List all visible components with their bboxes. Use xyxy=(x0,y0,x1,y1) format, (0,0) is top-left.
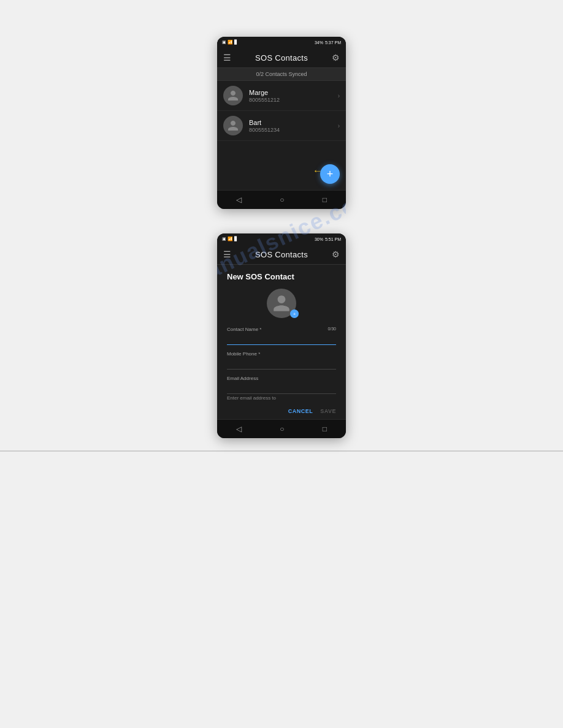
clock: 5:37 PM xyxy=(325,40,341,45)
mobile-phone-label: Mobile Phone * xyxy=(227,351,336,357)
bottom-divider xyxy=(0,450,563,452)
email-field-group: Email Address Enter email address to xyxy=(227,376,336,401)
contact-name-label-text: Contact Name * xyxy=(227,327,261,332)
back-button-2[interactable]: ◁ xyxy=(236,425,242,433)
avatar-edit-badge[interactable]: + xyxy=(290,309,299,318)
mobile-phone-field: Mobile Phone * xyxy=(227,351,336,370)
form-title: New SOS Contact xyxy=(227,272,336,281)
save-button[interactable]: SAVE xyxy=(320,408,336,414)
status-right-2: 30% 5:51 PM xyxy=(315,237,341,241)
contact-item-marge[interactable]: Marge 8005551212 › xyxy=(217,81,346,111)
chevron-bart: › xyxy=(338,123,340,129)
nav-bar-2: ◁ ○ □ xyxy=(217,419,346,438)
nav-bar-1: ◁ ○ □ xyxy=(217,190,346,209)
status-icons-left-2: ▣ 📶 ▊ xyxy=(222,237,237,241)
status-right: 34% 5:37 PM xyxy=(315,40,341,45)
email-input[interactable] xyxy=(227,384,336,394)
contact-name-field: Contact Name * 0/30 xyxy=(227,327,336,345)
contact-name-bart: Bart xyxy=(249,119,338,126)
contact-name-input[interactable] xyxy=(227,335,336,345)
chevron-marge: › xyxy=(338,93,340,99)
signal-icon: ▊ xyxy=(234,40,237,45)
app-header-2: ☰ SOS Contacts ⚙ xyxy=(217,245,346,265)
form-actions: CANCEL SAVE xyxy=(227,408,336,414)
contact-name-label: Contact Name * 0/30 xyxy=(227,327,336,332)
contact-phone-marge: 8005551212 xyxy=(249,97,338,103)
app-title-2: SOS Contacts xyxy=(255,250,308,259)
cancel-button[interactable]: CANCEL xyxy=(288,408,313,414)
sync-bar: 0/2 Contacts Synced xyxy=(217,68,346,81)
person-icon-marge xyxy=(227,89,239,102)
avatar-bart xyxy=(223,116,243,135)
phone1-frame: ▣ 📶 ▊ 34% 5:37 PM ☰ SOS Contacts ⚙ 0/2 C… xyxy=(217,37,346,209)
battery-level-2: 30% xyxy=(315,237,323,241)
menu-icon-1[interactable]: ☰ xyxy=(223,53,231,63)
app-title-1: SOS Contacts xyxy=(255,53,308,63)
home-button-1[interactable]: ○ xyxy=(280,195,284,204)
fab-area: ← + xyxy=(217,141,346,190)
contact-phone-bart: 8005551234 xyxy=(249,127,338,133)
recents-button-1[interactable]: □ xyxy=(323,195,327,204)
mobile-phone-label-text: Mobile Phone * xyxy=(227,351,260,357)
home-button-2[interactable]: ○ xyxy=(280,425,284,433)
wifi-icon-2: 📶 xyxy=(228,237,233,241)
network-icon-2: ▣ xyxy=(222,237,226,241)
add-contact-fab[interactable]: + xyxy=(320,164,340,184)
sync-text: 0/2 Contacts Synced xyxy=(256,71,307,77)
avatar-section: + xyxy=(227,289,336,318)
app-header-1: ☰ SOS Contacts ⚙ xyxy=(217,48,346,68)
contact-info-marge: Marge 8005551212 xyxy=(249,89,338,103)
contact-item-bart[interactable]: Bart 8005551234 › xyxy=(217,111,346,141)
contact-info-bart: Bart 8005551234 xyxy=(249,119,338,133)
network-icon: ▣ xyxy=(222,40,226,45)
avatar-marge xyxy=(223,86,243,105)
person-icon-form xyxy=(272,294,291,313)
wifi-icon: 📶 xyxy=(228,40,233,45)
battery-level: 34% xyxy=(315,40,323,45)
menu-icon-2[interactable]: ☰ xyxy=(223,249,231,259)
status-icons-left: ▣ 📶 ▊ xyxy=(222,40,237,45)
email-hint: Enter email address to xyxy=(227,395,336,401)
settings-icon-2[interactable]: ⚙ xyxy=(332,249,340,259)
mobile-phone-input[interactable] xyxy=(227,360,336,370)
settings-icon-1[interactable]: ⚙ xyxy=(332,53,340,63)
status-bar-1: ▣ 📶 ▊ 34% 5:37 PM xyxy=(217,37,346,48)
contact-name-marge: Marge xyxy=(249,89,338,96)
status-bar-2: ▣ 📶 ▊ 30% 5:51 PM xyxy=(217,233,346,245)
contact-list: Marge 8005551212 › Bart 8005551234 › xyxy=(217,81,346,141)
email-label: Email Address xyxy=(227,376,336,381)
new-contact-form: New SOS Contact + Contact Name * 0/30 xyxy=(217,265,346,419)
phone2-frame: ▣ 📶 ▊ 30% 5:51 PM ☰ SOS Contacts ⚙ New S… xyxy=(217,233,346,438)
back-button-1[interactable]: ◁ xyxy=(236,195,242,204)
email-label-text: Email Address xyxy=(227,376,258,381)
plus-icon: + xyxy=(327,168,334,181)
person-icon-bart xyxy=(227,119,239,132)
recents-button-2[interactable]: □ xyxy=(323,425,327,433)
char-count: 0/30 xyxy=(327,327,336,332)
clock-2: 5:51 PM xyxy=(325,237,341,241)
signal-icon-2: ▊ xyxy=(234,237,237,241)
